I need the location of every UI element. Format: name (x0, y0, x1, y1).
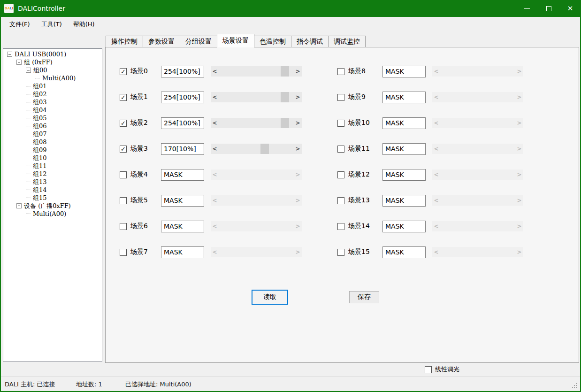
scrollbar-left-arrow-icon[interactable]: < (432, 169, 440, 180)
scene-value-input[interactable] (382, 117, 426, 129)
tree-item[interactable]: 组13 (3, 178, 102, 186)
scrollbar-right-arrow-icon[interactable]: > (294, 92, 302, 102)
scrollbar-left-arrow-icon[interactable]: < (432, 92, 440, 102)
scene-value-input[interactable] (161, 143, 204, 155)
scene-scrollbar[interactable]: < > (432, 92, 523, 102)
scrollbar-left-arrow-icon[interactable]: < (211, 118, 219, 128)
scene-checkbox[interactable] (120, 197, 127, 204)
scrollbar-right-arrow-icon[interactable]: > (294, 247, 302, 257)
tree-item[interactable]: 组10 (3, 154, 102, 162)
scrollbar-left-arrow-icon[interactable]: < (432, 66, 440, 77)
tree-expander-icon[interactable] (16, 60, 22, 65)
tree-item[interactable]: 组03 (3, 98, 102, 106)
tree-item[interactable]: 组11 (3, 162, 102, 170)
scene-checkbox[interactable]: ✓ (120, 68, 127, 75)
scene-scrollbar[interactable]: < > (211, 92, 302, 102)
scene-value-input[interactable] (382, 92, 426, 103)
tree-item[interactable]: Multi(A00) (3, 74, 102, 82)
scrollbar-left-arrow-icon[interactable]: < (432, 221, 440, 231)
scene-scrollbar[interactable]: < > (432, 195, 523, 206)
scrollbar-right-arrow-icon[interactable]: > (294, 118, 302, 128)
scrollbar-left-arrow-icon[interactable]: < (211, 195, 219, 206)
scrollbar-right-arrow-icon[interactable]: > (294, 144, 302, 154)
close-button[interactable]: ✕ (559, 0, 581, 17)
scrollbar-right-arrow-icon[interactable]: > (294, 169, 302, 180)
scene-value-input[interactable] (382, 246, 426, 258)
menu-tools[interactable]: 工具(T) (36, 18, 68, 31)
tree-item[interactable]: Multi(A00) (3, 210, 102, 218)
scene-value-input[interactable] (382, 221, 426, 232)
scene-checkbox[interactable] (337, 223, 344, 230)
tab-command-debug[interactable]: 指令调试 (291, 36, 329, 47)
scene-scrollbar[interactable]: < > (432, 247, 523, 257)
tab-grouping-settings[interactable]: 分组设置 (180, 36, 217, 47)
scene-checkbox[interactable] (337, 249, 344, 256)
tab-color-temp-control[interactable]: 色温控制 (254, 36, 291, 47)
tree-item[interactable]: 组06 (3, 122, 102, 130)
scene-value-input[interactable] (382, 195, 426, 207)
scrollbar-left-arrow-icon[interactable]: < (432, 195, 440, 206)
tree-item[interactable]: 组12 (3, 170, 102, 178)
scrollbar-right-arrow-icon[interactable]: > (515, 169, 523, 180)
maximize-button[interactable] (538, 0, 559, 17)
scene-scrollbar[interactable]: < > (211, 66, 302, 77)
scene-value-input[interactable] (382, 66, 426, 77)
tree-expander-icon[interactable] (7, 52, 12, 57)
scene-checkbox[interactable] (120, 249, 127, 256)
scene-checkbox[interactable]: ✓ (120, 94, 127, 101)
tree-item[interactable]: 组01 (3, 82, 102, 90)
scene-scrollbar[interactable]: < > (211, 144, 302, 154)
tree-item[interactable]: 组 (0xFF) (3, 58, 102, 66)
scene-scrollbar[interactable]: < > (211, 221, 302, 231)
tree-expander-icon[interactable] (26, 68, 31, 73)
tab-debug-monitor[interactable]: 调试监控 (328, 36, 366, 47)
scene-scrollbar[interactable]: < > (432, 144, 523, 154)
scene-checkbox[interactable] (337, 94, 344, 101)
tree-expander-icon[interactable] (16, 203, 22, 208)
scene-scrollbar[interactable]: < > (211, 195, 302, 206)
scrollbar-left-arrow-icon[interactable]: < (211, 169, 219, 180)
scrollbar-right-arrow-icon[interactable]: > (294, 66, 302, 77)
tab-parameter-settings[interactable]: 参数设置 (143, 36, 180, 47)
tree-item[interactable]: 组14 (3, 186, 102, 194)
scene-scrollbar[interactable]: < > (432, 118, 523, 128)
scene-value-input[interactable] (161, 66, 204, 77)
scrollbar-thumb[interactable] (281, 118, 289, 128)
scene-value-input[interactable] (161, 195, 204, 207)
scene-checkbox[interactable] (120, 171, 127, 178)
scene-checkbox[interactable] (337, 197, 344, 204)
menu-help[interactable]: 帮助(H) (68, 18, 100, 31)
scene-value-input[interactable] (161, 221, 204, 232)
tree-item[interactable]: 组05 (3, 114, 102, 122)
scrollbar-right-arrow-icon[interactable]: > (515, 118, 523, 128)
scrollbar-right-arrow-icon[interactable]: > (515, 247, 523, 257)
resize-grip[interactable] (572, 383, 577, 388)
tree-item[interactable]: 组09 (3, 146, 102, 154)
scene-checkbox[interactable] (337, 68, 344, 75)
scrollbar-left-arrow-icon[interactable]: < (432, 247, 440, 257)
scrollbar-left-arrow-icon[interactable]: < (211, 221, 219, 231)
tree-item[interactable]: 组15 (3, 194, 102, 202)
scene-checkbox[interactable]: ✓ (120, 120, 127, 127)
scrollbar-left-arrow-icon[interactable]: < (211, 92, 219, 102)
scene-value-input[interactable] (161, 169, 204, 181)
scene-value-input[interactable] (161, 92, 204, 103)
menu-file[interactable]: 文件(F) (4, 18, 36, 31)
scrollbar-left-arrow-icon[interactable]: < (211, 66, 219, 77)
minimize-button[interactable] (516, 0, 538, 17)
scene-checkbox[interactable] (337, 146, 344, 153)
scrollbar-thumb[interactable] (260, 144, 269, 154)
scene-scrollbar[interactable]: < > (211, 118, 302, 128)
scrollbar-right-arrow-icon[interactable]: > (515, 195, 523, 206)
scene-checkbox[interactable] (337, 171, 344, 178)
scene-scrollbar[interactable]: < > (432, 66, 523, 77)
scrollbar-thumb[interactable] (281, 92, 289, 102)
tree-item[interactable]: 组00 (3, 66, 102, 74)
save-button[interactable]: 保存 (349, 291, 379, 303)
tree-item[interactable]: 设备 (广播0xFF) (3, 202, 102, 210)
scrollbar-left-arrow-icon[interactable]: < (432, 118, 440, 128)
scene-value-input[interactable] (382, 143, 426, 155)
scrollbar-left-arrow-icon[interactable]: < (211, 144, 219, 154)
scrollbar-right-arrow-icon[interactable]: > (294, 221, 302, 231)
scene-scrollbar[interactable]: < > (432, 169, 523, 180)
